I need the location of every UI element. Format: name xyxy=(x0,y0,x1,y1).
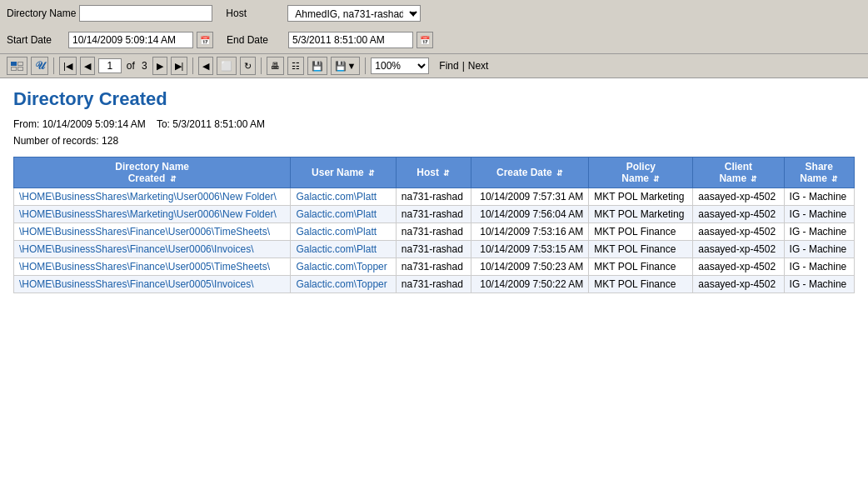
toolbar-separator-4 xyxy=(365,58,366,74)
table-row: \HOME\BusinessShares\Marketing\User0006\… xyxy=(14,206,855,223)
col-dir-name[interactable]: Directory NameCreated ⇵ xyxy=(14,158,291,188)
cell-dir-name: \HOME\BusinessShares\Marketing\User0006\… xyxy=(14,188,291,206)
last-page-button[interactable]: ▶| xyxy=(171,57,188,75)
next-page-button[interactable]: ▶ xyxy=(152,57,167,75)
cell-host: na731-rashad xyxy=(396,206,471,223)
start-date-field: Start Date 📅 xyxy=(7,32,213,48)
cell-create-date: 10/14/2009 7:53:15 AM xyxy=(471,241,589,258)
cell-host: na731-rashad xyxy=(396,241,471,258)
directory-name-label: Directory Name xyxy=(7,8,76,19)
host-field: Host AhmedIG, na731-rashad ▼ xyxy=(226,5,417,22)
sort-icon-user-name: ⇵ xyxy=(368,169,375,178)
records-count: 128 xyxy=(102,135,118,147)
first-page-button[interactable]: |◀ xyxy=(59,57,77,75)
cell-host: na731-rashad xyxy=(396,276,471,293)
user-name-link[interactable]: Galactic.com\Platt xyxy=(296,226,377,238)
end-date-calendar-button[interactable]: 📅 xyxy=(417,32,433,48)
user-name-link[interactable]: Galactic.com\Topper xyxy=(296,261,387,272)
cell-dir-name: \HOME\BusinessShares\Finance\User0005\Ti… xyxy=(14,258,291,276)
dir-name-link[interactable]: \HOME\BusinessShares\Finance\User0005\In… xyxy=(19,278,253,290)
sort-icon-policy: ⇵ xyxy=(653,175,660,183)
col-share-name[interactable]: ShareName ⇵ xyxy=(784,158,854,188)
prev-page-button[interactable]: ◀ xyxy=(80,57,95,75)
cell-client-name: aasayed-xp-4502 xyxy=(693,188,784,206)
sort-icon-client: ⇵ xyxy=(751,175,757,183)
sort-icon-create-date: ⇵ xyxy=(556,169,563,178)
user-name-link[interactable]: Galactic.com\Platt xyxy=(296,208,377,220)
user-name-link[interactable]: Galactic.com\Topper xyxy=(296,278,387,290)
cell-share-name: IG - Machine xyxy=(784,258,854,276)
records-label: Number of records: xyxy=(13,135,99,147)
cell-policy-name: MKT POL Finance xyxy=(589,258,693,276)
cell-create-date: 10/14/2009 7:50:22 AM xyxy=(471,276,589,293)
cell-dir-name: \HOME\BusinessShares\Marketing\User0006\… xyxy=(14,206,291,223)
cell-policy-name: MKT POL Finance xyxy=(589,276,693,293)
user-name-link[interactable]: Galactic.com\Platt xyxy=(296,191,377,202)
print-layout-button[interactable]: ☷ xyxy=(287,57,304,75)
dir-name-link[interactable]: \HOME\BusinessShares\Marketing\User0006\… xyxy=(19,208,277,220)
table-row: \HOME\BusinessShares\Finance\User0006\Ti… xyxy=(14,223,855,241)
user-name-link[interactable]: Galactic.com\Platt xyxy=(296,243,377,255)
layout-icon xyxy=(11,62,23,71)
dir-name-link[interactable]: \HOME\BusinessShares\Finance\User0005\Ti… xyxy=(19,261,270,272)
back-button[interactable]: ◀ xyxy=(198,57,213,75)
next-link[interactable]: Next xyxy=(468,60,489,72)
cell-dir-name: \HOME\BusinessShares\Finance\User0005\In… xyxy=(14,276,291,293)
cell-share-name: IG - Machine xyxy=(784,188,854,206)
stop-button[interactable]: ⬜ xyxy=(217,57,237,75)
cell-client-name: aasayed-xp-4502 xyxy=(693,206,784,223)
directory-name-input[interactable] xyxy=(79,5,212,22)
to-date: 5/3/2011 8:51:00 AM xyxy=(172,118,265,130)
col-create-date[interactable]: Create Date ⇵ xyxy=(471,158,589,188)
dir-name-link[interactable]: \HOME\BusinessShares\Finance\User0006\Ti… xyxy=(19,226,270,238)
cell-client-name: aasayed-xp-4502 xyxy=(693,276,784,293)
page-number-input[interactable] xyxy=(98,58,122,73)
col-client-name[interactable]: ClientName ⇵ xyxy=(693,158,784,188)
start-date-label: Start Date xyxy=(7,34,65,46)
cell-share-name: IG - Machine xyxy=(784,241,854,258)
zoom-select[interactable]: 100% 50% 75% 125% 150% 200% xyxy=(371,58,429,74)
page-setup-button[interactable]: 𝒰 xyxy=(31,57,48,75)
data-table: Directory NameCreated ⇵ User Name ⇵ Host… xyxy=(13,157,855,293)
print-button[interactable]: 🖶 xyxy=(267,57,284,75)
report-title: Directory Created xyxy=(13,88,855,110)
col-host[interactable]: Host ⇵ xyxy=(396,158,471,188)
cell-create-date: 10/14/2009 7:56:04 AM xyxy=(471,206,589,223)
report-content: Directory Created From: 10/14/2009 5:09:… xyxy=(0,78,868,303)
col-user-name[interactable]: User Name ⇵ xyxy=(291,158,396,188)
end-date-field: End Date 📅 xyxy=(227,32,433,48)
report-date-range: From: 10/14/2009 5:09:14 AM To: 5/3/2011… xyxy=(13,118,855,130)
directory-name-field: Directory Name xyxy=(7,5,212,22)
host-label: Host xyxy=(226,8,284,19)
end-date-input[interactable] xyxy=(288,32,413,48)
start-date-input[interactable] xyxy=(68,32,193,48)
start-date-calendar-button[interactable]: 📅 xyxy=(197,32,213,48)
cell-share-name: IG - Machine xyxy=(784,276,854,293)
refresh-button[interactable]: ↻ xyxy=(240,57,256,75)
export-button[interactable]: 💾 xyxy=(307,57,327,75)
cell-dir-name: \HOME\BusinessShares\Finance\User0006\In… xyxy=(14,241,291,258)
col-policy-name[interactable]: PolicyName ⇵ xyxy=(589,158,693,188)
dir-name-link[interactable]: \HOME\BusinessShares\Marketing\User0006\… xyxy=(19,191,277,202)
find-controls: Find | Next xyxy=(439,60,488,72)
report-toolbar: 𝒰 |◀ ◀ of 3 ▶ ▶| ◀ ⬜ ↻ 🖶 ☷ 💾 💾▼ 100% 50%… xyxy=(0,54,868,78)
cell-share-name: IG - Machine xyxy=(784,223,854,241)
sort-icon-dir-name: ⇵ xyxy=(170,175,177,183)
view-layout-button[interactable] xyxy=(7,57,27,75)
find-link[interactable]: Find xyxy=(439,60,458,72)
toolbar-separator-1 xyxy=(53,58,54,74)
cell-create-date: 10/14/2009 7:50:23 AM xyxy=(471,258,589,276)
cell-client-name: aasayed-xp-4502 xyxy=(693,241,784,258)
to-label: To: xyxy=(157,118,170,130)
table-row: \HOME\BusinessShares\Finance\User0005\Ti… xyxy=(14,258,855,276)
end-date-label: End Date xyxy=(227,34,285,46)
cell-host: na731-rashad xyxy=(396,223,471,241)
sort-icon-share: ⇵ xyxy=(831,175,838,183)
cell-client-name: aasayed-xp-4502 xyxy=(693,258,784,276)
cell-user-name: Galactic.com\Topper xyxy=(291,258,396,276)
cell-policy-name: MKT POL Marketing xyxy=(589,206,693,223)
dir-name-link[interactable]: \HOME\BusinessShares\Finance\User0006\In… xyxy=(19,243,253,255)
save-button[interactable]: 💾▼ xyxy=(331,57,360,75)
host-select[interactable]: AhmedIG, na731-rashad xyxy=(287,5,421,22)
table-header-row: Directory NameCreated ⇵ User Name ⇵ Host… xyxy=(14,158,855,188)
